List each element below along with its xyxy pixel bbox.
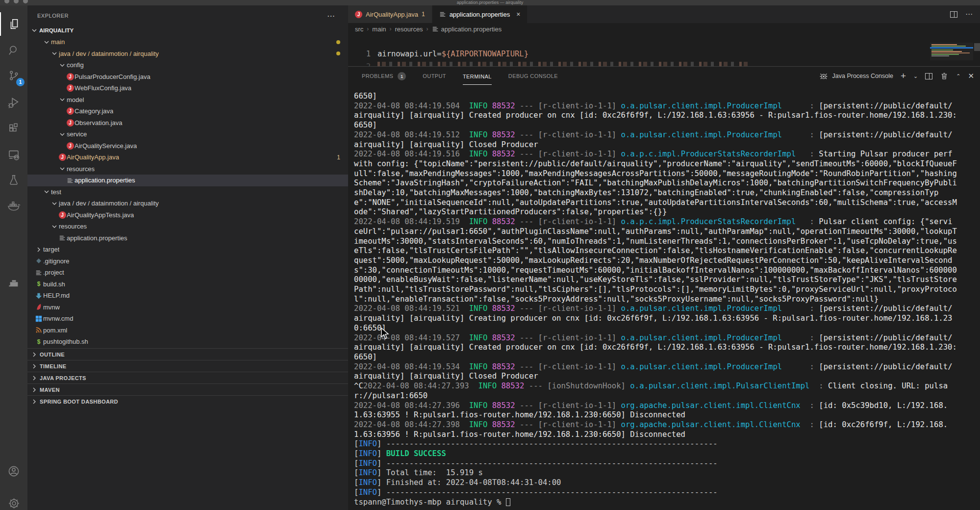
docker-icon[interactable] <box>0 194 27 218</box>
project-manager-icon[interactable] <box>0 271 27 295</box>
close-panel-icon[interactable]: ✕ <box>968 72 974 80</box>
editor-more-actions-icon[interactable]: ⋯ <box>965 10 973 19</box>
panel-tab-label: TERMINAL <box>463 68 492 85</box>
tree-item-label: Category.java <box>75 107 113 115</box>
close-tab-icon[interactable]: × <box>516 10 520 18</box>
tree-folder-row[interactable]: resources <box>27 221 348 232</box>
extensions-icon[interactable] <box>0 117 27 140</box>
terminal-line: 2022-04-08 08:44:27.398 INFO 88532 --- [… <box>354 420 957 439</box>
properties-file-icon <box>66 177 75 184</box>
tree-file-row[interactable]: JAirQualityApp.java1 <box>27 152 348 163</box>
tree-file-row[interactable]: mvnw <box>27 302 348 313</box>
editor-scrollbar[interactable] <box>974 43 980 51</box>
tree-item-label: pom.xml <box>43 327 67 334</box>
terminal-picker-chevron-icon[interactable]: ⌄ <box>913 73 918 79</box>
remote-explorer-icon[interactable] <box>0 143 27 166</box>
terminal-line: [INFO] Total time: 15.919 s <box>354 468 957 478</box>
terminal-line: 2022-04-08 08:44:19.516 INFO 88532 --- [… <box>354 150 957 217</box>
tree-folder-row[interactable]: test <box>27 186 348 198</box>
accounts-icon[interactable] <box>0 459 27 483</box>
search-icon[interactable] <box>0 38 27 62</box>
tree-file-row[interactable]: application.properties <box>27 175 348 186</box>
explorer-more-actions-icon[interactable]: ⋯ <box>327 11 335 21</box>
tree-folder-row[interactable]: java / dev / datainmotion / airquality <box>27 198 348 209</box>
terminal-line: 2022-04-08 08:44:19.521 INFO 88532 --- [… <box>354 304 957 333</box>
section-label: TIMELINE <box>40 363 67 369</box>
tree-folder-row[interactable]: config <box>27 59 348 71</box>
minimap[interactable] <box>930 43 973 60</box>
split-editor-icon[interactable] <box>950 11 957 18</box>
tree-file-row[interactable]: $pushtogithub.sh <box>27 336 348 348</box>
terminal-line: 2022-04-08 08:44:19.534 INFO 88532 --- [… <box>354 362 957 382</box>
tree-file-row[interactable]: JAirQualityAppTests.java <box>27 209 348 221</box>
java-process-bug-icon <box>818 71 829 81</box>
tree-item-label: AirQualityApp.java <box>67 153 119 161</box>
java-file-icon: J <box>66 142 75 150</box>
java-file-icon: J <box>66 107 75 115</box>
tree-folder-row[interactable]: resources <box>27 163 348 175</box>
panel-tab-debug-console[interactable]: DEBUG CONSOLE <box>508 67 558 85</box>
tree-folder-row[interactable]: model <box>27 94 348 106</box>
panel-tab-terminal[interactable]: TERMINAL <box>463 67 492 85</box>
tree-file-row[interactable]: $build.sh <box>27 279 348 290</box>
sidebar-section-maven[interactable]: MAVEN <box>27 383 348 395</box>
run-debug-icon[interactable] <box>0 91 27 114</box>
tree-folder-row[interactable]: target <box>27 244 348 255</box>
terminal-name[interactable]: Java Process Console <box>832 73 893 79</box>
source-control-icon[interactable]: 1 <box>0 64 27 87</box>
window-title: application.properties — airquality <box>0 0 980 5</box>
tree-file-row[interactable]: JCategory.java <box>27 105 348 117</box>
workspace-section-header[interactable]: AIRQUALITY <box>27 25 348 36</box>
tree-file-row[interactable]: application.properties <box>27 232 348 244</box>
terminal-line: 2022-04-08 08:44:19.504 INFO 88532 --- [… <box>354 102 957 130</box>
terminal[interactable]: 6650]2022-04-08 08:44:19.504 INFO 88532 … <box>354 85 957 510</box>
properties-file-icon <box>34 269 43 276</box>
terminal-line: [INFO] ---------------------------------… <box>354 439 957 449</box>
tree-file-row[interactable]: pom.xml <box>27 325 348 336</box>
tree-file-row[interactable]: JObservation.java <box>27 117 348 129</box>
editor[interactable]: 1 airnowapi.url=${AIRPORTNOWAPIURL} 2 <box>348 35 980 66</box>
breadcrumb-item[interactable]: main <box>372 26 386 33</box>
tree-file-row[interactable]: JAirQualityService.java <box>27 140 348 152</box>
kill-terminal-trash-icon[interactable] <box>940 72 949 80</box>
sidebar-section-spring-boot-dashboard[interactable]: SPRING BOOT DASHBOARD <box>27 395 348 407</box>
tree-file-row[interactable]: .gitignore <box>27 255 348 267</box>
tree-folder-row[interactable]: java / dev / datainmotion / airquality <box>27 48 348 60</box>
terminal-line: [INFO] ---------------------------------… <box>354 488 957 498</box>
tab-label: application.properties <box>450 11 510 18</box>
maximize-panel-chevron-up-icon[interactable]: ⌃ <box>956 73 960 79</box>
properties-file-icon <box>58 234 67 241</box>
sidebar-section-outline[interactable]: OUTLINE <box>27 348 348 360</box>
settings-gear-icon[interactable] <box>0 491 27 510</box>
tree-file-row[interactable]: .project <box>27 267 348 279</box>
tree-file-row[interactable]: HELP.md <box>27 290 348 302</box>
breadcrumb-separator: › <box>367 26 369 32</box>
tree-file-row[interactable]: mvnw.cmd <box>27 313 348 325</box>
breadcrumb-item[interactable]: resources <box>395 26 423 33</box>
panel-tab-problems[interactable]: PROBLEMS1 <box>362 67 406 85</box>
split-terminal-icon[interactable] <box>925 73 932 79</box>
new-terminal-icon[interactable]: + <box>901 71 906 81</box>
testing-beaker-icon[interactable] <box>0 168 27 192</box>
titlebar[interactable]: application.properties — airquality <box>0 0 980 5</box>
tree-item-label: AirQualityAppTests.java <box>67 211 134 219</box>
breadcrumb-file[interactable]: application.properties <box>432 26 502 33</box>
tree-file-row[interactable]: JWebFluxConfig.java <box>27 82 348 94</box>
editor-tab[interactable]: JAirQualityApp.java1 <box>348 5 432 23</box>
breadcrumb-separator: › <box>427 26 428 32</box>
panel-tab-output[interactable]: OUTPUT <box>423 67 446 85</box>
section-label: SPRING BOOT DASHBOARD <box>40 399 118 405</box>
modified-dot <box>336 51 340 55</box>
tree-item-label: .gitignore <box>43 257 69 265</box>
tree-file-row[interactable]: JPulsarProducerConfig.java <box>27 71 348 83</box>
breadcrumb-file-label: application.properties <box>441 26 502 33</box>
sidebar-section-java-projects[interactable]: JAVA PROJECTS <box>27 372 348 383</box>
explorer-icon[interactable] <box>0 12 27 36</box>
tree-item-label: mvnw.cmd <box>43 315 73 322</box>
tree-folder-row[interactable]: main <box>27 36 348 48</box>
tree-folder-row[interactable]: service <box>27 128 348 140</box>
panel-tab-label: OUTPUT <box>423 73 446 79</box>
editor-tab[interactable]: application.properties× <box>432 5 528 23</box>
sidebar-section-timeline[interactable]: TIMELINE <box>27 360 348 372</box>
breadcrumb-item[interactable]: src <box>355 26 363 33</box>
